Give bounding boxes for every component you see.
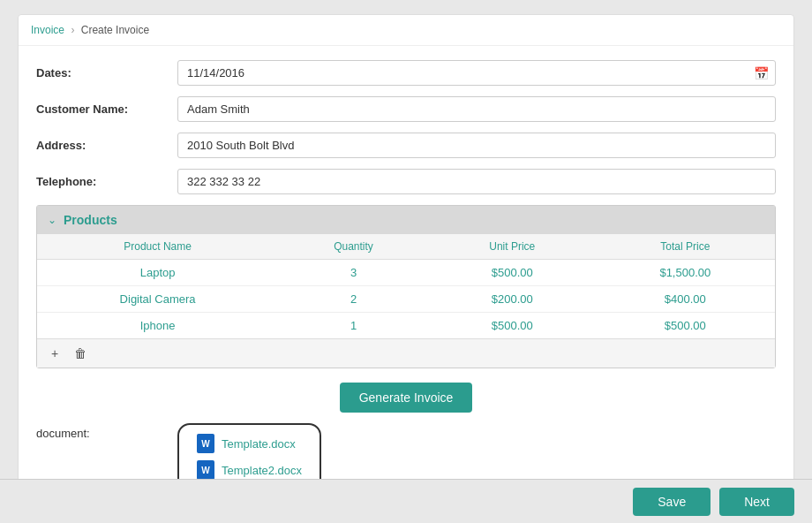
document-label: document: [36, 423, 177, 440]
breadcrumb-parent[interactable]: Invoice [31, 24, 64, 36]
products-header: ⌄ Products [37, 206, 775, 234]
col-header-total-price: Total Price [596, 234, 775, 260]
telephone-row: Telephone: [36, 169, 776, 194]
products-section: ⌄ Products Product Name Quantity Unit Pr… [36, 205, 776, 368]
dates-input[interactable] [177, 60, 776, 86]
customer-name-input-wrapper [177, 96, 776, 122]
address-row: Address: [36, 133, 776, 158]
table-cell-total_price: $500.00 [596, 313, 775, 339]
invoice-card: Invoice › Create Invoice Dates: 📅 Custom… [18, 14, 794, 479]
col-header-quantity: Quantity [278, 234, 429, 260]
save-button[interactable]: Save [633, 488, 710, 516]
dates-row: Dates: 📅 [36, 60, 776, 86]
table-cell-name: Laptop [37, 260, 278, 286]
breadcrumb-separator: › [71, 24, 74, 36]
products-title: Products [64, 213, 117, 227]
word-doc-icon: W [197, 434, 214, 453]
table-cell-unit_price: $200.00 [429, 286, 596, 313]
table-cell-quantity: 2 [278, 286, 429, 313]
delete-product-button[interactable]: 🗑 [71, 345, 90, 362]
add-product-button[interactable]: + [48, 345, 62, 362]
table-header-row: Product Name Quantity Unit Price Total P… [37, 234, 775, 260]
document-file[interactable]: WTemplate.docx [197, 434, 302, 453]
calendar-icon[interactable]: 📅 [754, 66, 769, 80]
table-cell-name: Digital Camera [37, 286, 278, 313]
generate-btn-row: Generate Invoice [36, 383, 776, 413]
document-files: WTemplate.docxWTemplate2.docx [177, 423, 321, 479]
customer-name-label: Customer Name: [36, 102, 177, 116]
table-row: Laptop3$500.00$1,500.00 [37, 260, 775, 286]
products-footer: + 🗑 [37, 338, 775, 368]
main-content: Invoice › Create Invoice Dates: 📅 Custom… [0, 0, 812, 479]
table-cell-unit_price: $500.00 [429, 260, 596, 286]
breadcrumb-current: Create Invoice [81, 24, 149, 36]
telephone-input[interactable] [177, 169, 776, 194]
table-row: Digital Camera2$200.00$400.00 [37, 286, 775, 313]
table-cell-total_price: $1,500.00 [596, 260, 775, 286]
collapse-icon[interactable]: ⌄ [48, 214, 56, 226]
telephone-input-wrapper [177, 169, 776, 194]
customer-name-row: Customer Name: [36, 96, 776, 122]
col-header-unit-price: Unit Price [429, 234, 596, 260]
address-input[interactable] [177, 133, 776, 158]
address-label: Address: [36, 139, 177, 152]
table-cell-quantity: 3 [278, 260, 429, 286]
word-doc-icon: W [197, 460, 214, 479]
document-file-name: Template.docx [222, 437, 296, 451]
form-body: Dates: 📅 Customer Name: Address: [19, 46, 793, 479]
document-file-name: Template2.docx [222, 464, 302, 477]
dates-input-wrapper: 📅 [177, 60, 776, 86]
document-row: document: WTemplate.docxWTemplate2.docx [36, 423, 776, 479]
bottom-bar: Save Next [0, 479, 812, 523]
table-cell-total_price: $400.00 [596, 286, 775, 313]
next-button[interactable]: Next [719, 488, 794, 516]
telephone-label: Telephone: [36, 175, 177, 188]
table-cell-name: Iphone [37, 313, 278, 339]
table-row: Iphone1$500.00$500.00 [37, 313, 775, 339]
table-cell-quantity: 1 [278, 313, 429, 339]
table-cell-unit_price: $500.00 [429, 313, 596, 339]
breadcrumb: Invoice › Create Invoice [19, 15, 793, 46]
col-header-product-name: Product Name [37, 234, 278, 260]
generate-invoice-button[interactable]: Generate Invoice [340, 383, 473, 413]
products-table: Product Name Quantity Unit Price Total P… [37, 234, 775, 338]
dates-label: Dates: [36, 66, 177, 80]
address-input-wrapper [177, 133, 776, 158]
document-file[interactable]: WTemplate2.docx [197, 460, 302, 479]
customer-name-input[interactable] [177, 96, 776, 122]
